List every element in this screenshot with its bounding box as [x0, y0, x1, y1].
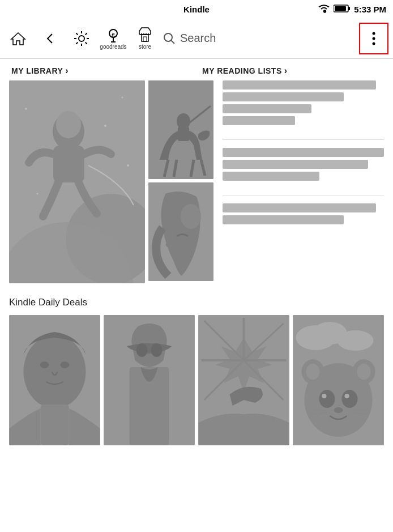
svg-rect-1 [348, 7, 350, 10]
battery-icon [334, 4, 351, 15]
deals-books [9, 315, 384, 445]
svg-point-80 [345, 394, 349, 398]
svg-rect-17 [143, 37, 147, 41]
reading-list-group-2[interactable] [223, 148, 384, 184]
svg-point-45 [181, 204, 201, 229]
svg-rect-37 [178, 127, 189, 141]
book-cover-1[interactable] [9, 80, 145, 283]
svg-rect-27 [53, 146, 84, 182]
svg-point-3 [79, 36, 84, 41]
svg-point-22 [373, 42, 375, 45]
svg-point-30 [104, 125, 106, 127]
deals-section: Kindle Daily Deals [0, 290, 393, 450]
svg-point-20 [373, 32, 375, 35]
svg-point-50 [61, 361, 70, 368]
deal-book-4[interactable] [293, 315, 384, 445]
svg-point-36 [177, 113, 190, 129]
reading-list-divider-2 [223, 195, 384, 195]
settings-button[interactable] [68, 23, 95, 54]
library-row-1 [9, 80, 213, 283]
svg-line-8 [76, 33, 78, 35]
store-button[interactable]: store [131, 23, 159, 54]
svg-point-55 [151, 343, 163, 357]
svg-point-48 [24, 335, 86, 408]
svg-point-76 [357, 364, 371, 380]
back-button[interactable] [36, 23, 63, 54]
svg-point-49 [40, 361, 49, 368]
svg-point-28 [25, 108, 27, 110]
reading-lists-title: MY READING LISTS [202, 66, 282, 75]
goodreads-button[interactable]: g goodreads [100, 23, 127, 54]
library-title: MY LIBRARY [11, 66, 63, 75]
reading-list-group-1[interactable] [223, 80, 384, 128]
deal-book-3[interactable] [198, 315, 289, 445]
svg-point-75 [306, 364, 320, 380]
svg-point-81 [334, 407, 343, 413]
svg-point-21 [373, 37, 375, 40]
svg-point-78 [342, 390, 358, 408]
library-chevron: › [65, 66, 69, 76]
svg-rect-51 [41, 405, 69, 445]
search-bar[interactable]: Search [163, 32, 359, 45]
reading-lists-chevron: › [284, 66, 288, 76]
svg-point-71 [338, 330, 374, 351]
svg-point-79 [322, 394, 327, 398]
svg-point-77 [319, 390, 335, 408]
deal-book-2[interactable] [104, 315, 195, 445]
deals-title: Kindle Daily Deals [9, 297, 384, 308]
more-button[interactable] [359, 23, 388, 54]
svg-point-29 [122, 97, 123, 99]
svg-point-31 [37, 193, 39, 195]
svg-line-10 [86, 33, 87, 35]
goodreads-label: goodreads [100, 44, 126, 50]
reading-list-group-3[interactable] [223, 203, 384, 227]
section-headers: MY LIBRARY › MY READING LISTS › [0, 59, 393, 80]
time-display: 5:33 PM [354, 5, 386, 14]
store-label: store [139, 44, 151, 50]
book-cover-3[interactable] [148, 182, 213, 281]
svg-point-54 [136, 343, 148, 357]
svg-line-19 [171, 40, 174, 44]
home-button[interactable] [5, 23, 32, 54]
status-bar: Kindle 5:33 PM [0, 0, 393, 18]
svg-line-11 [76, 42, 78, 44]
nav-bar: g goodreads store Search [0, 18, 393, 59]
main-content [0, 80, 393, 290]
reading-list-divider [223, 139, 384, 140]
library-section-header[interactable]: MY LIBRARY › [11, 66, 191, 76]
svg-point-26 [56, 111, 81, 138]
library-books [9, 80, 213, 283]
kindle-title: Kindle [183, 5, 210, 14]
svg-point-18 [164, 33, 172, 41]
book-cover-2[interactable] [148, 80, 213, 179]
svg-rect-16 [142, 35, 148, 41]
reading-lists-section-header[interactable]: MY READING LISTS › [202, 66, 382, 76]
wifi-icon [318, 4, 330, 15]
svg-point-32 [127, 164, 129, 167]
search-label: Search [180, 32, 216, 45]
deal-book-1[interactable] [9, 315, 100, 445]
svg-text:g: g [112, 31, 115, 37]
svg-rect-2 [335, 6, 346, 11]
reading-lists-content [223, 80, 384, 283]
svg-line-9 [86, 42, 87, 44]
